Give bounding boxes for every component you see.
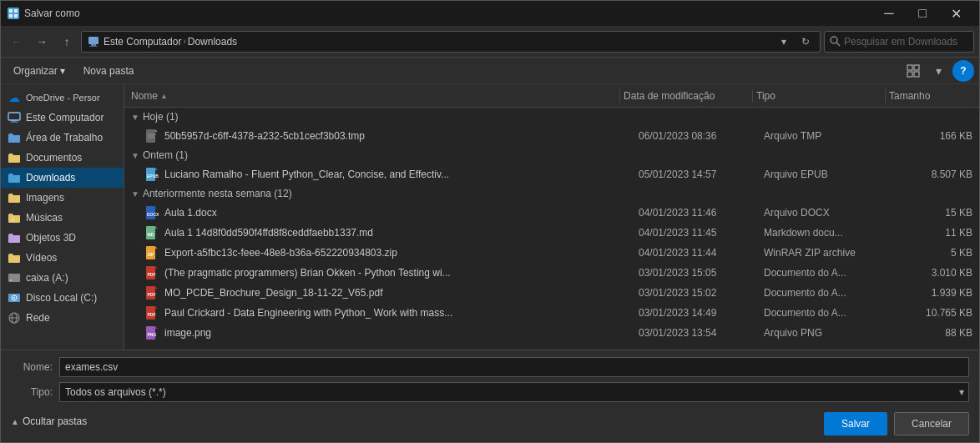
- file-date: 06/01/2023 08:36: [639, 130, 764, 142]
- help-button[interactable]: ?: [952, 60, 974, 82]
- sidebar: ☁ OneDrive - Persor Este Computador Área…: [1, 84, 124, 350]
- view-dropdown-button[interactable]: ▾: [927, 60, 949, 82]
- menu-bar: Organizar ▾ Nova pasta ▾ ?: [1, 58, 979, 84]
- sidebar-item-onedrive[interactable]: ☁ OneDrive - Persor: [1, 88, 124, 108]
- file-type: Documento do A...: [764, 267, 889, 279]
- group-label-week: Anteriormente nesta semana (12): [143, 188, 292, 199]
- svg-rect-3: [14, 14, 18, 18]
- svg-point-7: [831, 37, 837, 43]
- main-area: ☁ OneDrive - Persor Este Computador Área…: [1, 84, 979, 350]
- sidebar-item-desktop[interactable]: Área de Trabalho: [1, 128, 124, 148]
- sidebar-item-music[interactable]: ♪ Músicas: [1, 208, 124, 228]
- refresh-button[interactable]: ↻: [796, 33, 815, 51]
- svg-marker-34: [155, 206, 158, 209]
- svg-marker-40: [155, 246, 158, 249]
- minimize-button[interactable]: ─: [872, 1, 906, 26]
- file-icon-zip: ZIP: [144, 245, 159, 260]
- svg-rect-18: [10, 279, 12, 281]
- back-button[interactable]: ←: [6, 31, 28, 53]
- toolbar: ← → ↑ Este Computador › Downloads ▾ ↻ Pe…: [1, 26, 979, 58]
- maximize-button[interactable]: □: [906, 1, 939, 26]
- sidebar-item-downloads[interactable]: Downloads: [1, 168, 124, 188]
- sidebar-item-drive-a[interactable]: caixa (A:): [1, 268, 124, 288]
- file-name: (The pragmatic programmers) Brian Okken …: [164, 267, 639, 279]
- view-toggle-button[interactable]: [902, 60, 924, 82]
- svg-line-8: [836, 43, 840, 46]
- svg-rect-6: [89, 46, 98, 47]
- svg-text:♪: ♪: [12, 216, 15, 222]
- table-row[interactable]: DOCX Aula 1.docx 04/01/2023 11:46 Arquiv…: [124, 203, 979, 223]
- file-name: image.png: [164, 327, 639, 339]
- file-list-body: ▼ Hoje (1) 50b5957d-c6ff-4378-a232-5cb1c…: [124, 108, 979, 350]
- bottom-buttons: Salvar Cancelar: [824, 412, 969, 435]
- group-arrow-hoje: ▼: [131, 113, 139, 122]
- up-button[interactable]: ↑: [56, 31, 78, 53]
- svg-rect-10: [914, 65, 919, 70]
- svg-rect-15: [10, 122, 18, 123]
- music-icon: ♪: [8, 211, 21, 224]
- table-row[interactable]: MD Aula 1 14d8f0dd590f4ffd8f8ceddfaebb13…: [124, 223, 979, 243]
- sidebar-item-drive-c[interactable]: Disco Local (C:): [1, 288, 124, 308]
- cancel-button[interactable]: Cancelar: [894, 412, 969, 435]
- sidebar-item-images[interactable]: Imagens: [1, 188, 124, 208]
- file-icon-pdf: PDF: [144, 305, 159, 320]
- crumb-downloads[interactable]: Downloads: [188, 36, 237, 48]
- downloads-icon: [8, 171, 21, 184]
- group-header-week[interactable]: ▼ Anteriormente nesta semana (12): [124, 184, 979, 203]
- col-header-name[interactable]: Nome ▲: [131, 90, 616, 102]
- table-row[interactable]: PDF (The pragmatic programmers) Brian Ok…: [124, 263, 979, 283]
- svg-rect-2: [9, 14, 13, 18]
- table-row[interactable]: PNG image.png 03/01/2023 13:54 Arquivo P…: [124, 323, 979, 343]
- col-header-date[interactable]: Data de modificação: [624, 90, 749, 102]
- organize-button[interactable]: Organizar ▾: [6, 61, 73, 81]
- title-bar-left: Salvar como: [8, 8, 80, 19]
- sidebar-item-computer[interactable]: Este Computador: [1, 108, 124, 128]
- address-bar[interactable]: Este Computador › Downloads ▾ ↻: [81, 31, 821, 53]
- search-placeholder: Pesquisar em Downloads: [844, 36, 957, 48]
- address-dropdown-button[interactable]: ▾: [775, 33, 793, 51]
- file-date: 05/01/2023 14:57: [639, 169, 764, 180]
- file-size: 11 KB: [889, 227, 972, 239]
- col-header-type[interactable]: Tipo: [756, 90, 881, 102]
- sidebar-item-network[interactable]: Rede: [1, 308, 124, 328]
- sidebar-label-onedrive: OneDrive - Persor: [26, 93, 100, 103]
- sidebar-item-3dobjects[interactable]: Objetos 3D: [1, 228, 124, 248]
- sidebar-label-documents: Documentos: [26, 152, 82, 164]
- close-button[interactable]: ✕: [939, 1, 972, 26]
- forward-button[interactable]: →: [31, 31, 53, 53]
- new-folder-button[interactable]: Nova pasta: [76, 61, 142, 81]
- crumb-computer[interactable]: Este Computador: [104, 36, 181, 48]
- save-button[interactable]: Salvar: [824, 412, 887, 435]
- filetype-select[interactable]: Todos os arquivos (*.*): [59, 382, 969, 402]
- file-icon-md: MD: [144, 225, 159, 240]
- table-row[interactable]: PDF Paul Crickard - Data Engineering wit…: [124, 303, 979, 323]
- col-header-size[interactable]: Tamanho: [889, 90, 972, 102]
- svg-point-21: [13, 297, 15, 299]
- sidebar-item-documents[interactable]: Documentos: [1, 148, 124, 168]
- svg-rect-11: [907, 72, 912, 77]
- file-date: 03/01/2023 15:05: [639, 267, 764, 279]
- sidebar-label-network: Rede: [26, 312, 50, 324]
- group-header-hoje[interactable]: ▼ Hoje (1): [124, 108, 979, 126]
- search-box[interactable]: Pesquisar em Downloads: [824, 31, 974, 53]
- file-size: 1.939 KB: [889, 287, 972, 299]
- svg-rect-4: [88, 37, 99, 44]
- group-header-ontem[interactable]: ▼ Ontem (1): [124, 146, 979, 164]
- file-date: 03/01/2023 14:49: [639, 307, 764, 319]
- file-type: Arquivo PNG: [764, 327, 889, 339]
- address-crumb: Este Computador › Downloads: [104, 36, 237, 48]
- svg-marker-43: [155, 266, 158, 269]
- svg-rect-9: [907, 65, 912, 70]
- file-size: 15 KB: [889, 207, 972, 219]
- view-icon: [907, 64, 920, 78]
- svg-text:DOCX: DOCX: [147, 212, 159, 217]
- table-row[interactable]: PDF MO_PCDE_Brochure_Design_18-11-22_V65…: [124, 283, 979, 303]
- videos-icon: [8, 251, 21, 264]
- table-row[interactable]: 50b5957d-c6ff-4378-a232-5cb1cecf3b03.tmp…: [124, 126, 979, 146]
- table-row[interactable]: EPUB Luciano Ramalho - Fluent Python_Cle…: [124, 164, 979, 184]
- table-row[interactable]: ZIP Export-a5fbc13c-feee-48e8-b36a-65222…: [124, 243, 979, 263]
- hide-folders-area[interactable]: ▲ Ocultar pastas: [11, 415, 87, 427]
- file-icon-png: PNG: [144, 325, 159, 340]
- filename-input[interactable]: [59, 357, 969, 377]
- sidebar-item-videos[interactable]: Vídeos: [1, 248, 124, 268]
